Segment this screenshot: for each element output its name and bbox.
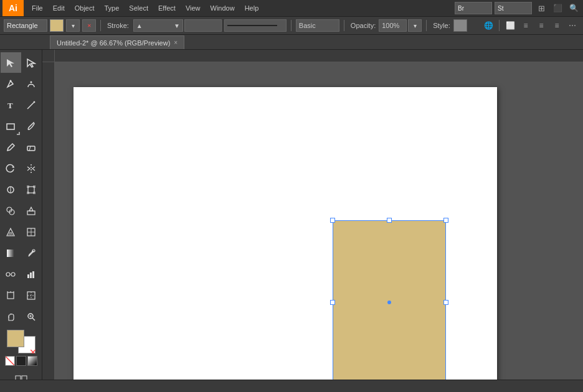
separator-5 bbox=[499, 20, 500, 31]
artboard-tool[interactable] bbox=[1, 285, 21, 306]
svg-rect-17 bbox=[33, 185, 36, 188]
svg-text:T: T bbox=[7, 101, 13, 110]
separator-2 bbox=[291, 20, 292, 31]
menubar: Ai File Edit Object Type Select Effect V… bbox=[0, 0, 583, 16]
ruler-corner bbox=[42, 50, 55, 62]
free-transform-tool[interactable] bbox=[21, 179, 42, 200]
menu-view[interactable]: View bbox=[181, 3, 205, 13]
scale-handle-tm[interactable] bbox=[387, 218, 392, 223]
menu-edit[interactable]: Edit bbox=[49, 3, 69, 13]
slice-tool[interactable] bbox=[21, 285, 42, 306]
rect-center-point bbox=[387, 301, 391, 304]
align3-icon[interactable]: ≡ bbox=[550, 19, 564, 32]
tab-close-btn[interactable]: × bbox=[174, 39, 178, 46]
svg-rect-22 bbox=[27, 211, 35, 215]
style-swatch[interactable] bbox=[453, 19, 467, 32]
menu-effect[interactable]: Effect bbox=[154, 3, 180, 13]
more-icon[interactable]: ⋯ bbox=[566, 19, 579, 32]
gradient-swatch[interactable] bbox=[27, 356, 37, 366]
stroke-label: Stroke: bbox=[105, 22, 131, 29]
fill-color-swatch[interactable] bbox=[50, 19, 64, 32]
artboard-icon[interactable]: ⬜ bbox=[503, 19, 517, 32]
stroke-width-dropdown[interactable] bbox=[184, 19, 222, 32]
type-tool[interactable]: T bbox=[1, 95, 21, 115]
mesh-tool[interactable] bbox=[21, 222, 42, 242]
ruler-left bbox=[42, 62, 55, 380]
rotate-tool[interactable] bbox=[1, 158, 21, 179]
arrange-icon[interactable]: ⬛ bbox=[551, 1, 564, 15]
tool-row-7 bbox=[1, 179, 42, 200]
tool-row-9 bbox=[1, 222, 42, 242]
style-label: Style: bbox=[431, 22, 452, 29]
style-dropdown[interactable]: Basic bbox=[296, 19, 339, 32]
perspective-tool[interactable] bbox=[1, 222, 21, 242]
direct-selection-tool[interactable] bbox=[21, 52, 42, 73]
svg-rect-55 bbox=[22, 376, 27, 380]
reflect-tool[interactable] bbox=[21, 158, 42, 179]
line-preview bbox=[227, 25, 277, 26]
opacity-dropdown-btn[interactable]: ▾ bbox=[408, 19, 422, 32]
svg-rect-31 bbox=[7, 250, 14, 257]
pen-tool[interactable] bbox=[1, 73, 21, 94]
menu-select[interactable]: Select bbox=[125, 3, 153, 13]
rectangle-tool[interactable] bbox=[1, 116, 21, 136]
fill-none-btn[interactable]: ✕ bbox=[82, 19, 96, 32]
fill-color-swatch-tool[interactable] bbox=[7, 330, 24, 347]
bar-chart-tool[interactable] bbox=[21, 264, 42, 284]
workspace-icon[interactable]: ⊞ bbox=[534, 1, 548, 15]
shape-builder-tool[interactable] bbox=[1, 200, 21, 221]
svg-line-25 bbox=[9, 232, 10, 236]
eraser-tool[interactable] bbox=[21, 137, 42, 157]
stock-btn[interactable]: St bbox=[495, 2, 532, 14]
selected-rectangle[interactable] bbox=[329, 217, 450, 380]
search-icon[interactable]: 🔍 bbox=[567, 1, 581, 15]
menu-object[interactable]: Object bbox=[70, 3, 99, 13]
paintbrush-tool[interactable] bbox=[21, 116, 42, 136]
selection-tool[interactable] bbox=[1, 52, 21, 73]
menu-type[interactable]: Type bbox=[100, 3, 124, 13]
blend-tool[interactable] bbox=[1, 264, 21, 284]
black-swatch[interactable] bbox=[16, 356, 26, 366]
right-icons: 🌐 ⬜ ≡ ≡ ≡ ⋯ bbox=[481, 19, 579, 32]
live-paint-tool[interactable] bbox=[21, 200, 42, 221]
fill-dropdown-btn[interactable]: ▾ bbox=[66, 19, 80, 32]
globe-icon[interactable]: 🌐 bbox=[481, 19, 495, 32]
gradient-tool[interactable] bbox=[1, 243, 21, 263]
tools-panel: T bbox=[0, 50, 42, 380]
tool-row-5 bbox=[1, 137, 42, 157]
scale-handle-mr[interactable] bbox=[443, 300, 448, 305]
scale-handle-ml[interactable] bbox=[330, 300, 335, 305]
curvature-tool[interactable] bbox=[21, 73, 42, 94]
warp-tool[interactable] bbox=[1, 179, 21, 200]
svg-marker-0 bbox=[7, 59, 14, 67]
scale-handle-tl[interactable] bbox=[330, 218, 335, 223]
menu-file[interactable]: File bbox=[27, 3, 47, 13]
stroke-arrows[interactable]: ▲ ▼ bbox=[133, 19, 183, 32]
bridge-btn[interactable]: Br bbox=[455, 2, 492, 14]
pencil-tool[interactable] bbox=[1, 137, 21, 157]
document-tab[interactable]: Untitled-2* @ 66.67% (RGB/Preview) × bbox=[50, 35, 184, 49]
ruler-top bbox=[55, 50, 583, 62]
scale-handle-tr[interactable] bbox=[443, 218, 448, 223]
hand-tool[interactable] bbox=[1, 306, 21, 327]
tool-row-2 bbox=[1, 73, 42, 94]
svg-rect-9 bbox=[27, 146, 35, 151]
none-swatch[interactable] bbox=[5, 356, 15, 366]
svg-rect-38 bbox=[32, 271, 34, 278]
svg-line-10 bbox=[29, 146, 31, 151]
stroke-up-icon[interactable]: ▲ bbox=[136, 22, 143, 29]
shape-selector[interactable]: Rectangle bbox=[4, 19, 47, 32]
stroke-down-icon[interactable]: ▼ bbox=[174, 22, 180, 29]
align1-icon[interactable]: ≡ bbox=[519, 19, 533, 32]
eyedropper-tool[interactable] bbox=[21, 243, 42, 263]
menu-window[interactable]: Window bbox=[206, 3, 239, 13]
zoom-tool[interactable] bbox=[21, 306, 42, 327]
change-screen-btn[interactable] bbox=[1, 369, 42, 380]
svg-rect-16 bbox=[27, 185, 29, 188]
align2-icon[interactable]: ≡ bbox=[534, 19, 548, 32]
line-segment-tool[interactable] bbox=[21, 95, 42, 115]
menu-help[interactable]: Help bbox=[240, 3, 263, 13]
opacity-value[interactable]: 100% bbox=[379, 19, 407, 32]
line-style-selector[interactable] bbox=[224, 19, 287, 32]
separator-1 bbox=[100, 20, 101, 31]
